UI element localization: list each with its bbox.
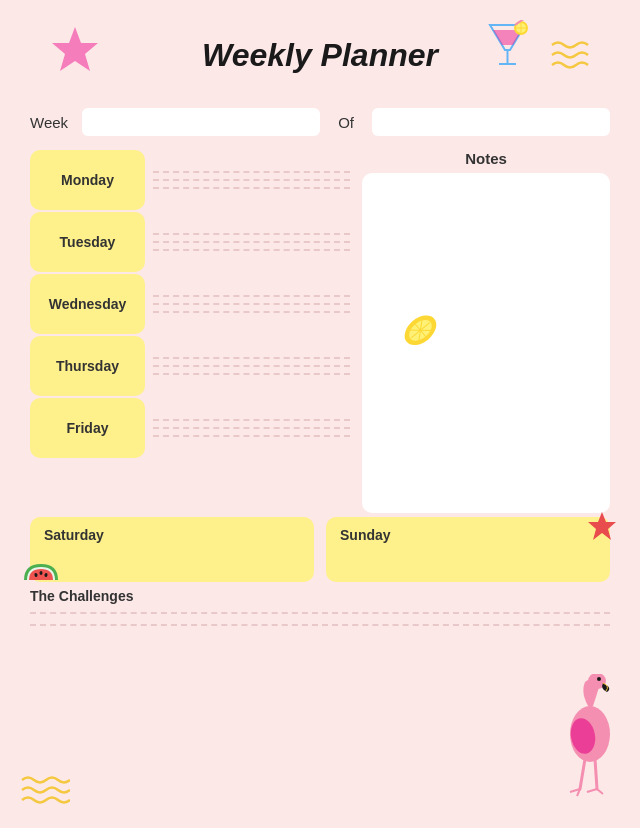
monday-label: Monday — [30, 150, 145, 210]
star-right-icon — [586, 510, 618, 549]
dashed-line — [153, 249, 350, 251]
dashed-line — [153, 171, 350, 173]
dashed-line — [153, 311, 350, 313]
svg-line-25 — [595, 759, 597, 789]
dashed-line — [153, 357, 350, 359]
friday-row: Friday — [30, 398, 350, 458]
challenge-line — [30, 612, 610, 614]
svg-marker-16 — [588, 512, 616, 540]
thursday-lines — [153, 336, 350, 396]
tuesday-lines — [153, 212, 350, 272]
svg-point-22 — [597, 677, 601, 681]
friday-label: Friday — [30, 398, 145, 458]
tuesday-label: Tuesday — [30, 212, 145, 272]
dashed-line — [153, 419, 350, 421]
page-title: Weekly Planner — [202, 37, 438, 74]
of-input[interactable] — [372, 108, 610, 136]
dashed-line — [153, 233, 350, 235]
svg-point-18 — [40, 571, 43, 575]
wednesday-lines — [153, 274, 350, 334]
wednesday-row: Wednesday — [30, 274, 350, 334]
svg-marker-0 — [52, 27, 98, 71]
main-grid: Monday Tuesday — [30, 150, 610, 513]
thursday-row: Thursday — [30, 336, 350, 396]
wednesday-label: Wednesday — [30, 274, 145, 334]
dashed-line — [153, 187, 350, 189]
monday-row: Monday — [30, 150, 350, 210]
notes-box[interactable] — [362, 173, 610, 513]
friday-lines — [153, 398, 350, 458]
tuesday-row: Tuesday — [30, 212, 350, 272]
notes-title: Notes — [362, 150, 610, 167]
saturday-box: Saturday — [30, 517, 314, 582]
challenges-title: The Challenges — [30, 588, 610, 604]
weekend-row: Saturday Sunday — [30, 517, 610, 582]
sunday-box: Sunday — [326, 517, 610, 582]
challenges-lines — [30, 612, 610, 626]
week-label: Week — [30, 114, 68, 131]
dashed-line — [153, 241, 350, 243]
bottom-waves-icon — [20, 775, 70, 810]
thursday-label: Thursday — [30, 336, 145, 396]
week-input[interactable] — [82, 108, 320, 136]
weekly-planner-page: Weekly Planner — [0, 0, 640, 828]
dashed-line — [153, 365, 350, 367]
challenges-section: The Challenges — [30, 588, 610, 626]
dashed-line — [153, 303, 350, 305]
watermelon-icon — [20, 560, 62, 606]
week-row: Week Of — [30, 108, 610, 136]
header: Weekly Planner — [30, 20, 610, 90]
dashed-line — [153, 295, 350, 297]
of-label: Of — [338, 114, 354, 131]
dashed-line — [153, 435, 350, 437]
dashed-line — [153, 179, 350, 181]
waves-icon — [550, 40, 590, 70]
days-column: Monday Tuesday — [30, 150, 350, 513]
monday-lines — [153, 150, 350, 210]
dashed-line — [153, 373, 350, 375]
cocktail-icon — [485, 20, 530, 79]
starfish-icon — [50, 25, 100, 85]
flamingo-icon — [545, 674, 625, 818]
challenge-line — [30, 624, 610, 626]
svg-line-28 — [587, 789, 597, 792]
svg-line-29 — [597, 789, 603, 794]
dashed-line — [153, 427, 350, 429]
svg-line-24 — [580, 759, 585, 789]
